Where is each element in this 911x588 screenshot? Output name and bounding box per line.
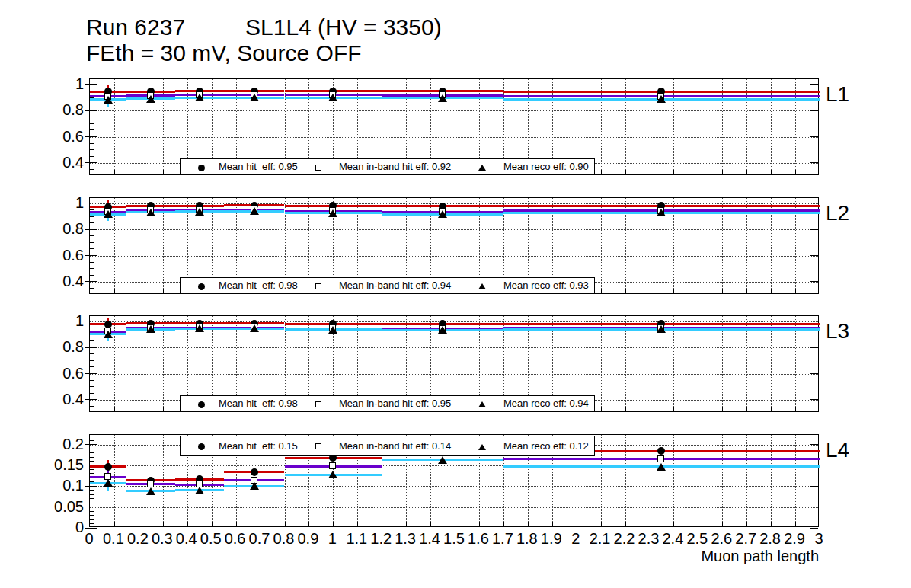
reco-eff-marker: [438, 210, 447, 218]
y-tick-label: 0.2: [42, 436, 84, 453]
reco-eff-marker: [250, 94, 259, 101]
y-major-tick: [85, 136, 97, 137]
x-tick: [650, 289, 650, 293]
x-tick-label: 0.3: [152, 530, 173, 548]
legend-L1: Mean hit eff: 0.95Mean in-band hit eff: …: [180, 158, 595, 175]
y-major-tick-right: [810, 281, 818, 282]
y-major-tick: [85, 373, 97, 374]
y-gridline: [90, 85, 818, 85]
y-tick-label: 0.05: [42, 498, 84, 516]
x-tick: [722, 407, 723, 411]
y-minor-tick: [90, 209, 94, 210]
x-gridline: [795, 79, 796, 174]
x-tick: [163, 289, 164, 293]
legend-entry-text: Mean reco eff: 0.12: [503, 436, 589, 455]
reco-eff-marker: [104, 479, 113, 487]
y-tick-label: 0.15: [42, 456, 84, 474]
y-minor-tick: [90, 440, 94, 441]
y-major-tick: [85, 321, 97, 321]
reco-eff-marker: [146, 209, 155, 216]
x-tick: [673, 522, 674, 526]
y-major-tick: [85, 203, 97, 203]
y-tick-label: 1: [42, 312, 84, 330]
legend-triangle-icon: [478, 401, 486, 407]
legend-square-icon: [315, 283, 321, 289]
x-tick-label: 1.5: [443, 530, 465, 548]
x-tick: [698, 170, 698, 174]
x-tick-label: 0.6: [225, 530, 246, 548]
y-gridline: [90, 110, 818, 111]
x-gridline: [601, 79, 602, 174]
y-minor-tick: [90, 328, 94, 328]
x-gridline: [625, 435, 626, 526]
x-gridline: [650, 435, 650, 526]
y-minor-tick: [90, 129, 94, 130]
reco-eff-marker: [657, 95, 666, 103]
x-tick-label: 0.1: [103, 530, 124, 548]
x-tick: [114, 522, 115, 526]
x-gridline: [139, 79, 139, 174]
x-tick: [722, 170, 723, 174]
y-minor-tick: [90, 117, 94, 117]
x-tick-label: 2.7: [735, 530, 756, 548]
y-minor-tick: [90, 262, 94, 263]
y-minor-tick: [90, 473, 94, 474]
y-tick-label: 0.6: [42, 247, 84, 264]
x-tick-label: 2.6: [711, 530, 732, 548]
x-gridline: [722, 316, 723, 411]
reco-eff-marker: [328, 471, 337, 478]
panel-L2: Mean hit eff: 0.98Mean in-band hit eff: …: [89, 197, 819, 294]
x-tick: [771, 289, 772, 293]
reco-eff-marker: [104, 96, 113, 104]
y-major-tick-right: [810, 229, 818, 230]
y-minor-tick: [90, 360, 94, 361]
x-gridline: [698, 316, 698, 411]
y-tick-label: 0.1: [42, 477, 84, 494]
x-tick-label: 1.6: [468, 530, 489, 548]
y-gridline: [90, 256, 818, 257]
x-gridline: [698, 79, 698, 174]
panel-L3: Mean hit eff: 0.98Mean in-band hit eff: …: [89, 315, 819, 412]
x-tick: [746, 522, 747, 526]
reco-eff-marker: [328, 326, 337, 334]
x-tick: [357, 522, 358, 526]
x-tick: [698, 289, 698, 293]
x-tick: [771, 170, 772, 174]
y-major-tick-right: [810, 110, 818, 111]
x-tick: [746, 289, 747, 293]
reco-eff-marker: [146, 487, 155, 495]
y-gridline: [90, 507, 818, 508]
x-tick-label: 1.9: [541, 530, 562, 548]
x-tick: [114, 170, 115, 174]
x-tick: [187, 522, 188, 526]
reco-eff-marker: [328, 94, 337, 101]
y-minor-tick: [90, 275, 94, 276]
reco-eff-marker: [438, 94, 447, 102]
x-tick-label: 0.4: [176, 530, 197, 548]
layer-label-L4: L4: [826, 438, 849, 462]
y-minor-tick: [90, 216, 94, 217]
y-minor-tick: [90, 248, 94, 249]
x-tick: [114, 407, 115, 411]
legend-triangle-icon: [478, 165, 486, 171]
y-major-tick: [85, 399, 97, 400]
y-minor-tick: [90, 461, 94, 462]
legend-circle-icon: [198, 165, 205, 171]
y-major-tick: [85, 528, 97, 529]
y-major-tick: [85, 347, 97, 348]
y-minor-tick: [90, 519, 94, 520]
x-gridline: [163, 79, 164, 174]
y-major-tick-right: [810, 399, 818, 400]
x-tick: [746, 407, 747, 411]
hit-eff-marker: [251, 468, 258, 476]
y-minor-tick: [90, 143, 94, 144]
reco-eff-marker: [328, 209, 337, 217]
reco-eff-marker: [195, 94, 204, 101]
x-tick: [601, 407, 602, 411]
x-tick: [503, 522, 504, 526]
x-gridline: [771, 316, 772, 411]
x-tick-label: 2.3: [638, 530, 660, 548]
x-tick: [746, 170, 747, 174]
legend-circle-icon: [198, 283, 205, 290]
x-tick: [698, 522, 698, 526]
